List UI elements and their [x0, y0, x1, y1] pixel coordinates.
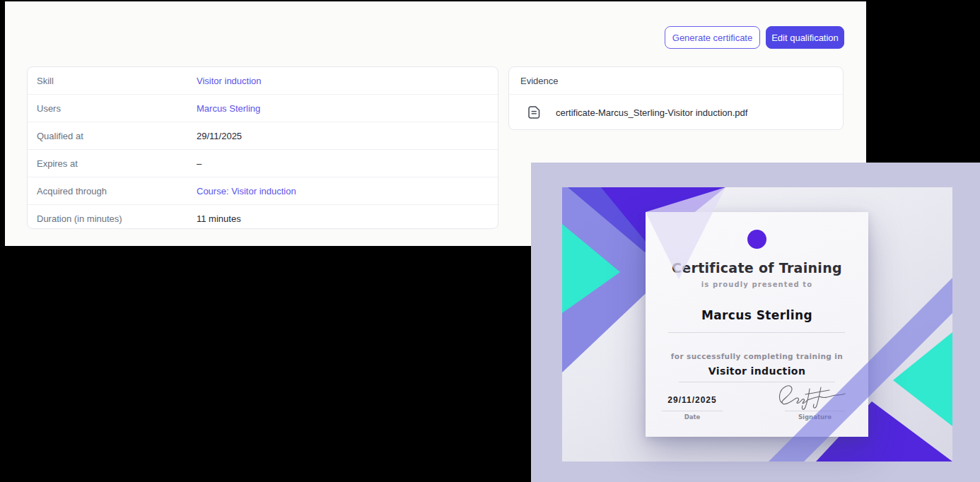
row-label: Duration (in minutes) [28, 213, 197, 224]
evidence-file-row[interactable]: certificate-Marcus_Sterling-Visitor indu… [509, 95, 843, 130]
certificate-course-name: Visitor induction [646, 365, 868, 377]
table-row-duration: Duration (in minutes) 11 minutes [28, 205, 498, 229]
certificate-preview-panel: Certificate of Training is proudly prese… [531, 163, 980, 482]
table-row-skill: Skill Visitor induction [28, 67, 498, 95]
qualified-at-value: 29/11/2025 [197, 131, 242, 141]
certificate-date-value: 29/11/2025 [657, 395, 728, 405]
row-label: Qualified at [28, 131, 197, 141]
date-underline [662, 411, 723, 411]
date-label: Date [662, 413, 723, 421]
edit-qualification-button[interactable]: Edit qualification [766, 26, 844, 49]
qualification-details-table: Skill Visitor induction Users Marcus Ste… [27, 66, 498, 229]
certificate-subtitle: is proudly presented to [646, 281, 868, 288]
generate-certificate-button[interactable]: Generate certificate [665, 26, 760, 49]
evidence-card: Evidence certificate-Marcus_Sterling-Vis… [508, 66, 844, 130]
evidence-file-name: certificate-Marcus_Sterling-Visitor indu… [556, 107, 747, 118]
certificate-completion-text: for successfully completing training in [646, 352, 868, 360]
duration-value: 11 minutes [197, 213, 241, 224]
row-label: Skill [28, 76, 197, 86]
document-icon [528, 106, 540, 119]
table-row-expires-at: Expires at – [28, 150, 498, 177]
evidence-title: Evidence [509, 67, 843, 95]
expires-at-value: – [197, 158, 202, 169]
user-link[interactable]: Marcus Sterling [197, 103, 260, 114]
row-label: Acquired through [28, 186, 197, 196]
table-row-users: Users Marcus Sterling [28, 95, 498, 122]
row-label: Expires at [28, 158, 197, 169]
skill-link[interactable]: Visitor induction [197, 76, 262, 86]
certificate-background: Certificate of Training is proudly prese… [562, 187, 952, 462]
recipient-underline [668, 332, 845, 333]
certificate-recipient-name: Marcus Sterling [646, 308, 868, 322]
certificate-logo-dot [747, 230, 766, 249]
row-label: Users [28, 103, 197, 114]
table-row-acquired-through: Acquired through Course: Visitor inducti… [28, 177, 498, 205]
table-row-qualified-at: Qualified at 29/11/2025 [28, 122, 498, 150]
course-link[interactable]: Course: Visitor induction [197, 186, 296, 196]
